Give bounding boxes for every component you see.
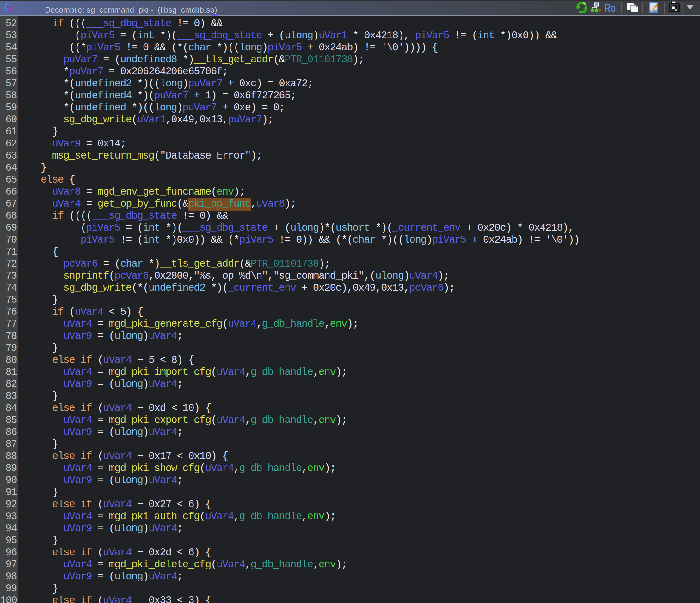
svg-text:Ro: Ro <box>604 2 616 15</box>
svg-text:f: f <box>9 5 12 14</box>
